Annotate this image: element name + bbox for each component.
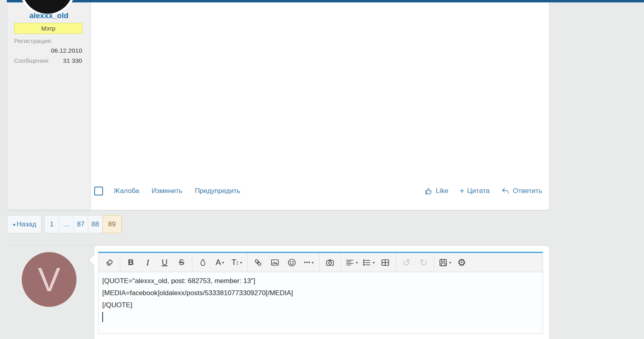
list-button[interactable]: ▾ xyxy=(360,254,377,271)
text-color-button[interactable] xyxy=(194,254,211,271)
font-family-button[interactable]: A ▾ xyxy=(211,254,228,271)
undo-button[interactable]: ↺ xyxy=(398,254,415,271)
back-arrow-icon: ◂ xyxy=(12,222,15,227)
messages-value: 31 330 xyxy=(63,57,82,64)
editor-line: [QUOTE="alexxx_old, post: 682753, member… xyxy=(102,275,539,287)
post-footer: Жалоба Изменить Предупредить Like + Цита… xyxy=(94,185,542,197)
chevron-down-icon: ▾ xyxy=(240,261,242,265)
warn-link[interactable]: Предупредить xyxy=(195,187,240,195)
page-link-87[interactable]: 87 xyxy=(73,215,88,233)
text-cursor xyxy=(102,312,103,322)
quote-button[interactable]: + Цитата xyxy=(460,187,490,195)
attach-media-button[interactable] xyxy=(322,254,339,271)
toolbar-separator xyxy=(434,253,434,272)
forum-thread-page: alexxx_old Мэтр Регистрация: 06.12.2010 … xyxy=(0,0,644,339)
thumbs-up-icon xyxy=(424,187,433,195)
chevron-down-icon: ▾ xyxy=(222,261,224,265)
reply-arrow-icon xyxy=(501,187,510,195)
toolbar-separator xyxy=(247,253,248,272)
reply-button[interactable]: Ответить xyxy=(501,187,542,195)
page-link-1[interactable]: 1 xyxy=(44,215,59,233)
reply-label: Ответить xyxy=(513,187,542,195)
edit-link[interactable]: Изменить xyxy=(151,187,182,195)
username-link[interactable]: alexxx_old xyxy=(7,11,91,20)
avatar-letter: V xyxy=(38,260,60,299)
report-link[interactable]: Жалоба xyxy=(114,187,139,195)
page-current-89[interactable]: 89 xyxy=(102,215,122,233)
toolbar-separator xyxy=(319,253,320,272)
toolbar-separator xyxy=(192,253,192,272)
insert-link-button[interactable] xyxy=(250,254,266,271)
remove-format-button[interactable] xyxy=(101,254,118,271)
smiley-icon xyxy=(287,258,297,267)
image-icon xyxy=(270,258,280,267)
registration-value: 06.12.2010 xyxy=(51,47,82,54)
back-label: Назад xyxy=(17,220,36,228)
select-post-checkbox[interactable] xyxy=(94,187,103,195)
plus-icon: + xyxy=(460,187,464,195)
align-left-icon xyxy=(345,258,355,267)
insert-image-button[interactable] xyxy=(266,254,283,271)
camera-icon xyxy=(325,258,335,267)
underline-button[interactable]: U xyxy=(156,254,173,271)
table-icon xyxy=(380,258,390,267)
more-dots-icon: ••• xyxy=(304,259,311,265)
editor-line: [MEDIA=facebook]oldalexx/posts/533381077… xyxy=(102,287,539,299)
italic-button[interactable]: I xyxy=(139,254,156,271)
strikethrough-button[interactable]: S xyxy=(173,254,190,271)
messages-label: Сообщения: xyxy=(14,57,50,64)
editor-textarea[interactable]: [QUOTE="alexxx_old, post: 682753, member… xyxy=(98,272,543,334)
save-draft-button[interactable]: ▾ xyxy=(436,254,453,271)
post-user-panel: alexxx_old Мэтр Регистрация: 06.12.2010 … xyxy=(7,2,91,210)
chevron-down-icon: ▾ xyxy=(356,261,358,265)
quick-reply-card: B I U S A ▾ T ↕ ▾ xyxy=(94,245,550,339)
pagination-back-button[interactable]: ◂ Назад xyxy=(7,215,41,233)
editor-settings-button[interactable]: ⚙ xyxy=(453,254,470,271)
pagination: 1 … 87 88 89 xyxy=(44,215,122,233)
more-options-button[interactable]: ••• ▾ xyxy=(300,254,317,271)
user-title-badge: Мэтр xyxy=(14,23,83,34)
font-size-button[interactable]: T ↕ ▾ xyxy=(228,254,245,271)
post-card: alexxx_old Мэтр Регистрация: 06.12.2010 … xyxy=(7,2,549,210)
registration-label: Регистрация: xyxy=(14,37,52,45)
bullet-list-icon xyxy=(362,258,372,267)
like-label: Like xyxy=(436,187,448,195)
bold-button[interactable]: B xyxy=(122,254,139,271)
moderation-links: Жалоба Изменить Предупредить xyxy=(103,187,240,195)
toolbar-separator xyxy=(341,253,341,272)
alignment-button[interactable]: ▾ xyxy=(343,254,360,271)
floppy-save-icon xyxy=(438,258,448,267)
editor-line: [/QUOTE] xyxy=(102,299,539,311)
font-letter-icon: A xyxy=(216,258,221,267)
toolbar-separator xyxy=(396,253,396,272)
toolbar-separator xyxy=(120,253,120,272)
bubble-arrow xyxy=(89,255,95,266)
chevron-down-icon: ▾ xyxy=(373,261,375,265)
insert-smiley-button[interactable] xyxy=(283,254,300,271)
redo-button[interactable]: ↻ xyxy=(415,254,432,271)
eraser-icon xyxy=(105,258,114,267)
rich-text-editor: B I U S A ▾ T ↕ ▾ xyxy=(98,252,543,339)
like-button[interactable]: Like xyxy=(424,187,448,195)
updown-arrow-icon: ↕ xyxy=(236,259,239,266)
chevron-down-icon: ▾ xyxy=(312,261,314,265)
editor-toolbar: B I U S A ▾ T ↕ ▾ xyxy=(98,253,543,272)
chevron-down-icon: ▾ xyxy=(449,261,451,265)
quote-label: Цитата xyxy=(467,187,490,195)
post-actions: Like + Цитата Ответить xyxy=(424,187,542,195)
insert-table-button[interactable] xyxy=(377,254,394,271)
page-ellipsis[interactable]: … xyxy=(59,215,74,233)
page-link-88[interactable]: 88 xyxy=(88,215,103,233)
post-message-body xyxy=(91,2,549,186)
link-icon xyxy=(253,258,263,267)
droplet-icon xyxy=(198,258,207,267)
quick-reply-avatar[interactable]: V xyxy=(22,252,76,307)
